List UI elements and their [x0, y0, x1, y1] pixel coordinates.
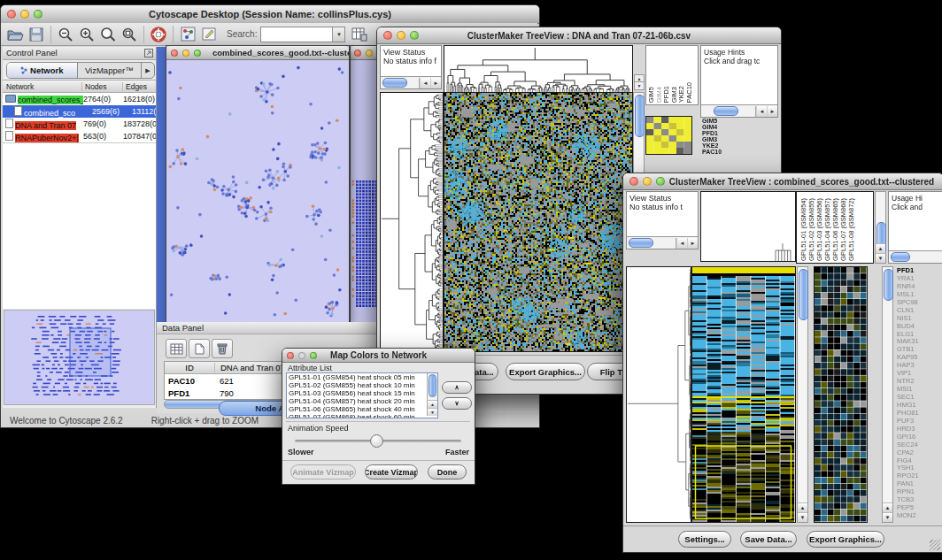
network-window1-titlebar[interactable]: combined_scores_good.txt--cluste... — [166, 46, 349, 60]
zoom-in-icon[interactable] — [76, 24, 97, 45]
tv1-column-label[interactable]: YKE2 — [677, 86, 685, 103]
zoom-window-button[interactable] — [656, 177, 665, 186]
close-button[interactable] — [7, 10, 16, 19]
attribute-item[interactable]: GPL51-02 (GSM855) heat shock 10 min — [287, 381, 425, 389]
scroll-up-icon[interactable]: ▲ — [883, 502, 892, 512]
tv2-column-dendrogram[interactable] — [700, 191, 796, 262]
tv1-row-label[interactable]: GIM3 — [702, 136, 722, 142]
tv1-usage-scrollbar[interactable]: ◄► — [701, 104, 777, 117]
tv1-row-label[interactable]: GIM5 — [702, 118, 722, 124]
tv2-column-label[interactable]: GPL51-03 (GSM856) — [815, 198, 823, 261]
tv2-heatmap[interactable] — [691, 266, 796, 523]
tv2-status-scrollbar[interactable]: ◄► — [627, 236, 698, 249]
tv2-row-dendrogram[interactable] — [626, 266, 691, 523]
scroll-down-icon[interactable]: ▼ — [876, 253, 885, 263]
tv1-row-label[interactable]: PFD1 — [702, 130, 722, 136]
close-button[interactable] — [354, 50, 361, 57]
move-up-button[interactable]: ∧ — [442, 381, 472, 394]
tv2-column-label[interactable]: GPL51-02 (GSM855) — [807, 198, 815, 261]
scroll-down-icon[interactable]: ▼ — [634, 82, 645, 90]
import-table-icon[interactable] — [349, 24, 370, 45]
tv2-sub-heatmap-canvas[interactable] — [815, 267, 867, 522]
network-overview-panel[interactable] — [4, 310, 155, 405]
scroll-left-icon[interactable]: ◄ — [420, 78, 430, 88]
tab-network[interactable]: Network — [7, 63, 78, 78]
attribute-item[interactable]: GPL51-06 (GSM865) heat shock 40 min — [287, 405, 425, 413]
dialog-titlebar[interactable]: Map Colors to Network — [282, 349, 475, 363]
col-id[interactable]: ID — [165, 363, 215, 372]
col-network[interactable]: Network — [3, 82, 82, 91]
tv1-heatmap[interactable] — [444, 92, 633, 352]
close-button[interactable] — [629, 177, 638, 186]
vizmapper-shortcut-icon[interactable] — [177, 24, 198, 45]
save-session-button[interactable] — [26, 24, 47, 45]
zoom-out-icon[interactable] — [55, 24, 76, 45]
tv1-row-label[interactable]: YKE2 — [702, 142, 722, 149]
minimize-button[interactable] — [20, 10, 29, 19]
tv1-column-dendrogram-canvas[interactable] — [444, 46, 632, 92]
close-button[interactable] — [383, 31, 392, 40]
scroll-right-icon[interactable]: ► — [430, 78, 441, 88]
scrollbar-thumb[interactable] — [714, 106, 738, 116]
tv2-export-graphics-button[interactable]: Export Graphics... — [807, 531, 884, 548]
tv1-row-dendrogram[interactable] — [380, 92, 444, 352]
annotation-icon[interactable] — [198, 24, 220, 45]
zoom-window-button[interactable] — [34, 10, 42, 19]
list-scrollbar[interactable]: ▲▼ — [427, 373, 437, 416]
close-button[interactable] — [287, 352, 294, 359]
network-row[interactable]: combined_scores_ 2764(0) 16218(0) — [3, 93, 156, 105]
attribute-select-icon[interactable] — [166, 339, 187, 358]
scrollbar-thumb[interactable] — [382, 78, 407, 88]
scroll-left-icon[interactable]: ◄ — [756, 106, 767, 117]
float-panel-icon[interactable] — [144, 49, 153, 59]
attribute-item[interactable]: GPL51-01 (GSM854) heat shock 05 min — [287, 373, 425, 381]
tv2-heatmap-canvas[interactable] — [692, 267, 795, 522]
search-dropdown-icon[interactable]: ▾ — [332, 27, 344, 42]
tv1-heatmap-canvas[interactable] — [444, 93, 632, 351]
attribute-item[interactable]: GPL51-03 (GSM856) heat shock 15 min — [287, 389, 425, 397]
tv1-mini-heatmap-canvas[interactable] — [646, 117, 691, 154]
tv1-row-dendrogram-canvas[interactable] — [381, 93, 443, 351]
attribute-item[interactable]: GPL51-07 (GSM868) heat shock 60 min — [287, 413, 425, 418]
zoom-window-button[interactable] — [410, 31, 419, 40]
open-session-button[interactable] — [4, 24, 26, 45]
col-edges[interactable]: Edges — [123, 82, 156, 91]
main-window-titlebar[interactable]: Cytoscape Desktop (Session Name: collins… — [1, 5, 539, 24]
tv2-sub-heatmap[interactable] — [814, 266, 868, 523]
resize-grip[interactable] — [930, 540, 940, 550]
tv1-column-label[interactable]: PFD1 — [662, 86, 670, 103]
tv1-status-scrollbar[interactable]: ◄► — [381, 76, 441, 88]
network-row[interactable]: RNAPuberNov2+| 563(0) 107847(0) — [3, 130, 156, 142]
scrollbar-thumb[interactable] — [429, 374, 436, 397]
tv1-column-label[interactable]: GIM5 — [647, 87, 655, 103]
network-row[interactable]: DNA and Tran 07 769(0) 183728(0) — [3, 118, 156, 130]
network-view-canvas[interactable] — [166, 60, 347, 321]
scroll-down-icon[interactable]: ▼ — [798, 512, 807, 522]
tv2-labels-scrollbar[interactable]: ▲▼ — [875, 191, 886, 264]
gene-label[interactable]: MON2 — [897, 512, 941, 520]
minimize-button[interactable] — [366, 50, 373, 57]
scroll-up-icon[interactable]: ▲ — [428, 400, 437, 408]
tv1-column-label[interactable]: PAC10 — [685, 82, 693, 103]
scroll-left-icon[interactable]: ◄ — [676, 238, 687, 249]
move-down-button[interactable]: ∨ — [442, 397, 472, 410]
close-button[interactable] — [171, 50, 178, 57]
tv2-row-dendrogram-canvas[interactable] — [627, 267, 691, 522]
scroll-up-icon[interactable]: ▲ — [634, 74, 645, 82]
minimize-button[interactable] — [643, 177, 652, 186]
scroll-down-icon[interactable]: ▼ — [883, 512, 892, 522]
delete-attribute-icon[interactable] — [212, 339, 233, 358]
minimize-button[interactable] — [397, 31, 405, 40]
tv1-mini-heatmap[interactable] — [645, 116, 692, 155]
col-nodes[interactable]: Nodes — [82, 82, 123, 91]
scrollbar-thumb[interactable] — [891, 252, 910, 262]
scroll-right-icon[interactable]: ► — [767, 106, 777, 117]
network-row-selected[interactable]: combined_sco 2569(6) 13112(15) — [3, 105, 156, 118]
zoom-selected-icon[interactable] — [97, 24, 119, 45]
zoom-fit-icon[interactable] — [119, 24, 140, 45]
scrollbar-thumb[interactable] — [884, 269, 893, 301]
scroll-down-icon[interactable]: ▼ — [428, 408, 437, 416]
tv2-save-data-button[interactable]: Save Data... — [740, 531, 797, 548]
tabs-overflow-icon[interactable]: ▶ — [142, 63, 154, 78]
tv2-column-label[interactable]: GPL51-08 (GSM872) — [847, 198, 855, 261]
